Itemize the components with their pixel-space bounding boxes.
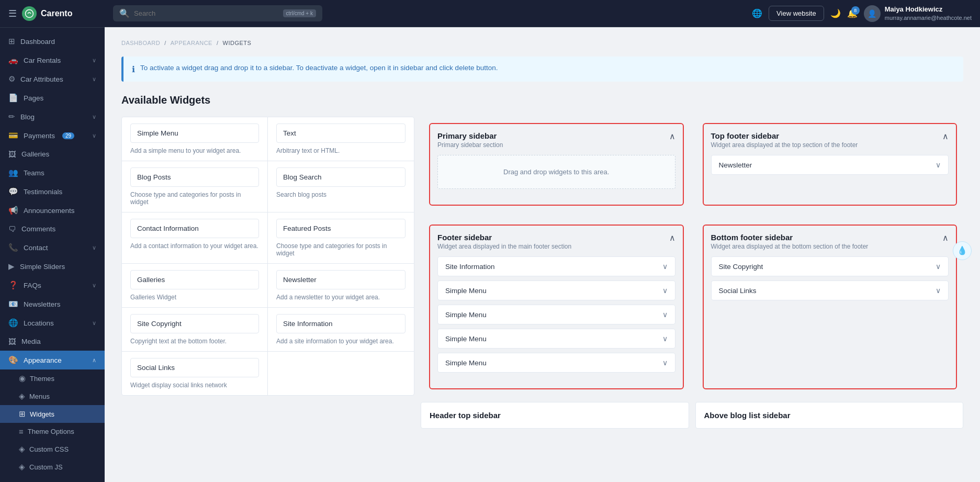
chevron-down-icon: ∨ xyxy=(92,57,96,64)
sidebar-item-label: Locations xyxy=(24,319,54,327)
avatar: 👤 xyxy=(864,5,881,22)
sidebar-item-label: Pages xyxy=(24,94,43,102)
list-item: Newsletter Add a newsletter to your widg… xyxy=(268,264,414,308)
sidebar-item-media[interactable]: 🖼 Media xyxy=(0,332,105,351)
dashboard-icon: ⊞ xyxy=(8,37,15,46)
info-banner: ℹ To activate a widget drag and drop it … xyxy=(121,57,963,82)
widget-badge-simple-menu-1[interactable]: Simple Menu ∨ xyxy=(437,281,675,300)
sidebar-item-appearance[interactable]: 🎨 Appearance ∧ xyxy=(0,351,105,369)
widget-title[interactable]: Featured Posts xyxy=(276,219,405,238)
widget-title[interactable]: Galleries xyxy=(130,270,259,289)
widget-badge-newsletter[interactable]: Newsletter ∨ xyxy=(711,155,949,175)
chevron-up-icon: ∧ xyxy=(92,357,96,364)
widget-title[interactable]: Newsletter xyxy=(276,270,405,289)
widget-badge-site-copyright[interactable]: Site Copyright ∨ xyxy=(711,256,949,276)
sidebar-sub-custom-js[interactable]: ◈ Custom JS xyxy=(0,458,105,476)
page-title: Available Widgets xyxy=(121,94,963,106)
widget-title[interactable]: Social Links xyxy=(130,358,259,377)
sidebar-sub-themes[interactable]: ◉ Themes xyxy=(0,369,105,387)
sidebar-item-faqs[interactable]: ❓ FAQs ∨ xyxy=(0,276,105,295)
sidebar-item-galleries[interactable]: 🖼 Galleries xyxy=(0,145,105,163)
list-item: Simple Menu Add a simple menu to your wi… xyxy=(122,117,268,161)
sidebar-sub-theme-options[interactable]: ≡ Theme Options xyxy=(0,423,105,440)
widget-badge-label: Newsletter xyxy=(719,161,752,169)
widget-badge-label: Social Links xyxy=(719,287,757,295)
sidebar-item-payments[interactable]: 💳 Payments 29 ∨ xyxy=(0,126,105,145)
view-website-label: View website xyxy=(776,9,816,17)
sidebar-item-comments[interactable]: 🗨 Comments xyxy=(0,220,105,238)
sidebar-item-blog[interactable]: ✏ Blog ∨ xyxy=(0,107,105,126)
widget-desc: Choose type and categories for posts in … xyxy=(130,191,259,206)
car-attributes-icon: ⚙ xyxy=(8,74,15,84)
hamburger-icon[interactable]: ☰ xyxy=(8,8,17,19)
widget-title[interactable]: Blog Search xyxy=(276,167,405,187)
search-bar[interactable]: 🔍 ctrl/cmd + k xyxy=(113,5,322,21)
sidebar-item-label: Simple Sliders xyxy=(20,263,65,271)
sidebar-item-testimonials[interactable]: 💬 Testimonials xyxy=(0,182,105,201)
moon-icon[interactable]: 🌙 xyxy=(830,8,841,18)
sidebar-item-dashboard[interactable]: ⊞ Dashboard xyxy=(0,32,105,51)
collapse-icon[interactable]: ∧ xyxy=(942,131,949,141)
collapse-icon[interactable]: ∧ xyxy=(942,233,949,243)
drop-area[interactable]: Drag and drop widgets to this area. xyxy=(437,155,675,189)
notification-bell[interactable]: 🔔 8 xyxy=(847,8,858,18)
view-website-button[interactable]: View website xyxy=(769,6,824,21)
list-item: Site Copyright Copyright text at the bot… xyxy=(122,308,268,352)
sidebar-item-announcements[interactable]: 📢 Announcements xyxy=(0,201,105,220)
sidebar-sub-menus[interactable]: ◈ Menus xyxy=(0,387,105,405)
search-input[interactable] xyxy=(134,9,279,17)
widget-badge-social-links[interactable]: Social Links ∨ xyxy=(711,281,949,300)
widget-badge-simple-menu-3[interactable]: Simple Menu ∨ xyxy=(437,329,675,349)
sidebar-sub-widgets[interactable]: ⊞ Widgets xyxy=(0,405,105,423)
list-item: Contact Information Add a contact inform… xyxy=(122,212,268,264)
sidebar-item-label: Newsletters xyxy=(24,300,61,308)
breadcrumb-appearance[interactable]: APPEARANCE xyxy=(171,40,212,46)
widget-badge-label: Simple Menu xyxy=(445,359,487,367)
widget-title[interactable]: Site Information xyxy=(276,314,405,333)
user-name: Maiya Hodkiewicz xyxy=(885,5,972,14)
below-sidebar-title: Above blog list sidebar xyxy=(704,411,955,420)
sidebar-item-label: Car Attributes xyxy=(20,75,63,83)
sidebar-item-pages[interactable]: 📄 Pages xyxy=(0,88,105,107)
widget-title[interactable]: Blog Posts xyxy=(130,167,259,187)
brand-name: Carento xyxy=(41,9,72,18)
widget-title[interactable]: Contact Information xyxy=(130,219,259,238)
sidebar-header: ☰ Carento xyxy=(0,0,105,28)
sidebar-sub-label: Custom CSS xyxy=(29,445,69,453)
sidebar-item-label: Galleries xyxy=(21,150,49,158)
info-banner-text: To activate a widget drag and drop it to… xyxy=(140,64,498,72)
widget-badge-simple-menu-2[interactable]: Simple Menu ∨ xyxy=(437,305,675,324)
sidebar-sub-label: Menus xyxy=(29,393,50,400)
sidebar-item-car-attributes[interactable]: ⚙ Car Attributes ∨ xyxy=(0,70,105,88)
sidebar-item-label: Appearance xyxy=(24,356,62,364)
user-info[interactable]: 👤 Maiya Hodkiewicz murray.annamarie@heat… xyxy=(864,5,972,22)
sidebar-item-label: Teams xyxy=(24,169,44,177)
teams-icon: 👥 xyxy=(8,168,18,177)
sidebar-areas-grid: Primary sidebar Primary sidebar section … xyxy=(423,117,963,396)
sidebar-item-contact[interactable]: 📞 Contact ∨ xyxy=(0,238,105,257)
floating-helper-button[interactable]: 💧 xyxy=(953,241,972,260)
logo-icon xyxy=(22,6,37,21)
sidebar-item-newsletters[interactable]: 📧 Newsletters xyxy=(0,295,105,313)
sidebar-item-teams[interactable]: 👥 Teams xyxy=(0,163,105,182)
sidebar-item-car-rentals[interactable]: 🚗 Car Rentals ∨ xyxy=(0,51,105,70)
payments-icon: 💳 xyxy=(8,131,18,140)
list-item: Text Arbitrary text or HTML. xyxy=(268,117,414,161)
list-item: Blog Posts Choose type and categories fo… xyxy=(122,161,268,212)
sidebar-item-simple-sliders[interactable]: ▶ Simple Sliders xyxy=(0,257,105,276)
widget-title[interactable]: Text xyxy=(276,124,405,143)
widget-desc: Choose type and categories for posts in … xyxy=(276,242,405,257)
blog-icon: ✏ xyxy=(8,112,15,121)
chevron-down-icon: ∨ xyxy=(936,262,941,271)
chevron-down-icon: ∨ xyxy=(92,76,96,83)
widget-badge-simple-menu-4[interactable]: Simple Menu ∨ xyxy=(437,353,675,373)
collapse-icon[interactable]: ∧ xyxy=(669,233,675,243)
collapse-icon[interactable]: ∧ xyxy=(669,131,675,141)
widget-desc: Galleries Widget xyxy=(130,294,259,301)
widget-badge-site-info[interactable]: Site Information ∨ xyxy=(437,256,675,276)
sidebar-sub-custom-css[interactable]: ◈ Custom CSS xyxy=(0,440,105,458)
widget-title[interactable]: Site Copyright xyxy=(130,314,259,333)
widget-title[interactable]: Simple Menu xyxy=(130,124,259,143)
breadcrumb-dashboard[interactable]: DASHBOARD xyxy=(121,40,160,46)
sidebar-item-locations[interactable]: 🌐 Locations ∨ xyxy=(0,313,105,332)
